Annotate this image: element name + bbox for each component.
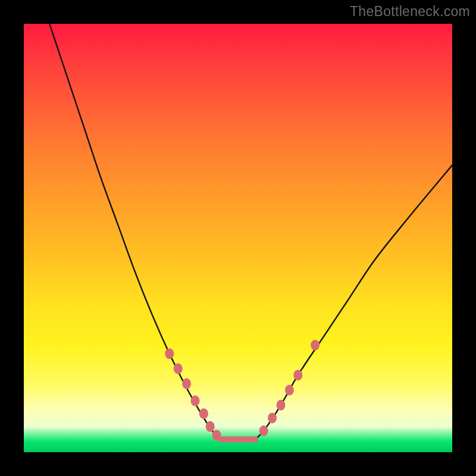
data-marker [212,430,221,440]
data-marker [277,400,286,411]
data-marker [199,408,208,419]
data-marker [206,421,215,432]
data-marker [165,348,174,359]
left-curve [49,24,221,439]
right-curve-markers [259,340,320,436]
data-marker [174,364,183,374]
watermark-text: TheBottleneck.com [350,4,470,20]
data-marker [259,425,268,436]
data-marker [293,369,302,380]
curve-layer [24,24,452,452]
chart-frame: TheBottleneck.com [0,0,476,476]
data-marker [311,340,320,350]
data-marker [191,396,200,406]
data-marker [182,378,191,389]
data-marker [268,412,277,423]
right-curve [255,165,452,440]
plot-area [24,24,452,452]
data-marker [285,385,294,396]
